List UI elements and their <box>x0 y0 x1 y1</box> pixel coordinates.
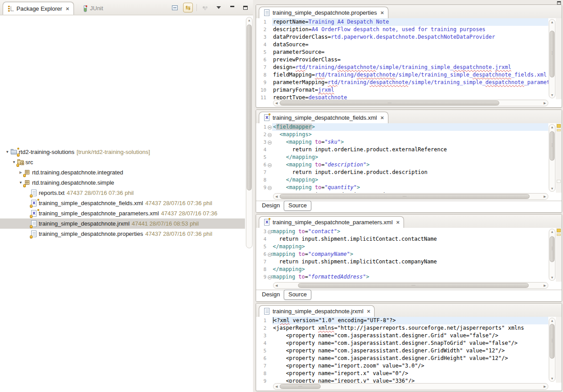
horizontal-scrollbar[interactable]: ◀ ▶ <box>273 282 548 289</box>
scrollbar-thumb[interactable] <box>280 101 499 105</box>
code-line[interactable]: 3dataProviderClass=rtd.paperwork.despatc… <box>256 33 548 41</box>
code-line[interactable]: 9<mapping to="formattedAddress"> <box>256 273 548 281</box>
collapse-all-button[interactable] <box>170 3 180 12</box>
tree-collapsed-icon[interactable]: ▶ <box>18 170 24 174</box>
vertical-scrollbar[interactable]: ▲ ▼ <box>549 318 555 382</box>
close-icon[interactable]: × <box>396 219 400 226</box>
tree-expanded-icon[interactable]: ▼ <box>4 150 10 154</box>
code-line[interactable]: 8 </mapping> <box>256 266 548 273</box>
code-line[interactable]: 4dataSource= <box>256 41 548 48</box>
tab-design[interactable]: Design <box>258 201 284 210</box>
code-line[interactable]: 4 <property name="com.jasperassistant.de… <box>256 339 548 347</box>
close-icon[interactable]: × <box>380 9 384 16</box>
close-icon[interactable]: × <box>66 5 69 12</box>
close-icon[interactable]: × <box>367 308 371 315</box>
tree-expanded-icon[interactable]: ▼ <box>11 160 17 164</box>
fold-collapse-icon[interactable] <box>267 251 272 258</box>
occurrence-marker[interactable] <box>557 234 561 236</box>
fold-collapse-icon[interactable] <box>267 228 272 235</box>
link-with-editor-button[interactable]: ⇆ <box>183 3 193 12</box>
close-icon[interactable]: × <box>380 114 384 121</box>
code-line[interactable]: 1<?xml version="1.0" encoding="UTF-8"?> <box>256 317 548 324</box>
horizontal-scrollbar[interactable]: ◀ ▶ <box>273 383 548 390</box>
tab-design[interactable]: Design <box>258 290 284 299</box>
scroll-down-icon[interactable]: ▼ <box>549 93 555 97</box>
code-editor[interactable]: 1<?xml version="1.0" encoding="UTF-8"?>2… <box>256 317 548 383</box>
vertical-scrollbar[interactable]: ▲ ▼ <box>549 19 555 98</box>
tree-item[interactable]: ▶rtd.training.despatchnote.integrated <box>0 167 245 178</box>
code-line[interactable]: 2<jasperReport xmlns="http://jasperrepor… <box>256 324 548 332</box>
scroll-left-icon[interactable]: ◀ <box>275 194 277 199</box>
scroll-up-icon[interactable]: ▲ <box>549 125 555 129</box>
fold-collapse-icon[interactable] <box>267 138 272 146</box>
code-line[interactable]: 8fieldMapping=rtd/training/despatchnote/… <box>256 71 548 79</box>
fold-collapse-icon[interactable] <box>267 161 272 169</box>
scroll-right-icon[interactable]: ▶ <box>544 384 546 389</box>
tab-source[interactable]: Source <box>284 290 311 300</box>
scrollbar-thumb[interactable] <box>550 236 555 262</box>
code-editor[interactable]: 1reportName=Training A4 Despatch Note2de… <box>256 18 548 99</box>
code-line[interactable]: 10primaryFormat=jrxml <box>256 86 548 94</box>
scroll-down-icon[interactable]: ▼ <box>549 276 555 279</box>
scroll-up-icon[interactable]: ▲ <box>549 230 555 234</box>
editor-tab[interactable]: training_simple_despatchnote_parameters.… <box>259 216 404 228</box>
minimize-view-button[interactable] <box>227 3 237 12</box>
code-line[interactable]: 5 </mapping> <box>256 154 548 161</box>
code-line[interactable]: 3 <mapping to="sku"> <box>256 138 548 146</box>
editor-tab[interactable]: training_simple_despatchnote.jrxml × <box>259 305 375 317</box>
code-line[interactable]: 8 </mapping> <box>256 176 548 184</box>
code-line[interactable]: 7design=rtd/training/despatchnote/simple… <box>256 64 548 71</box>
code-line[interactable]: 1reportName=Training A4 Despatch Note <box>256 18 548 26</box>
scroll-up-icon[interactable]: ▲ <box>549 20 555 24</box>
code-line[interactable]: 6 <property name="com.jasperassistant.de… <box>256 355 548 362</box>
horizontal-scrollbar[interactable]: ◀ ▶ <box>273 193 548 200</box>
code-line[interactable]: 2description=A4 OrderFlow despatch note,… <box>256 26 548 33</box>
faint-marker[interactable] <box>557 180 561 183</box>
code-editor[interactable]: 3<mapping to="contact">4 return input.sh… <box>256 228 548 282</box>
scroll-down-icon[interactable]: ▼ <box>549 187 555 190</box>
code-line[interactable]: 3<mapping to="contact"> <box>256 228 548 235</box>
scroll-down-icon[interactable]: ▼ <box>549 377 555 380</box>
scrollbar-thumb[interactable] <box>550 131 555 161</box>
occurrence-marker[interactable] <box>557 129 561 131</box>
vertical-scrollbar[interactable]: ▲ ▼ <box>549 229 555 281</box>
code-line[interactable]: 11reportType=despatchnote <box>256 94 548 99</box>
code-line[interactable]: 7 return input.orderLine.product.descrip… <box>256 169 548 176</box>
scroll-left-icon[interactable]: ◀ <box>275 384 277 389</box>
editor-tab[interactable]: training_simple_despatchnote.properties … <box>259 7 388 18</box>
code-line[interactable]: 9parameterMapping=rtd/training/despatchn… <box>256 79 548 86</box>
code-line[interactable]: 5 </mapping> <box>256 243 548 251</box>
code-line[interactable]: 2 <mappings> <box>256 131 548 138</box>
warning-marker[interactable] <box>557 229 561 232</box>
code-line[interactable]: 9 <mapping to="quantity"> <box>256 184 548 191</box>
code-line[interactable]: 3 <property name="com.jasperassistant.de… <box>256 332 548 339</box>
scroll-right-icon[interactable]: ▶ <box>544 100 546 106</box>
code-line[interactable]: 4 return input.shipment.implicitContact.… <box>256 235 548 243</box>
code-line[interactable]: 5 <property name="com.jasperassistant.de… <box>256 347 548 355</box>
maximize-icon[interactable] <box>557 1 561 5</box>
tree-item[interactable]: training_simple_despatchnote_fields.xml4… <box>0 198 245 208</box>
fold-collapse-icon[interactable] <box>267 131 272 138</box>
tree-item[interactable]: training_simple_despatchnote.properties4… <box>0 229 245 239</box>
view-menu-button[interactable] <box>214 3 224 12</box>
scroll-right-icon[interactable]: ▶ <box>544 283 546 288</box>
fold-collapse-icon[interactable] <box>267 273 272 281</box>
warning-marker[interactable] <box>557 124 561 128</box>
tree-expanded-icon[interactable]: ▼ <box>18 181 24 185</box>
code-line[interactable]: 10 def shipment = input.shipment; <box>256 281 548 282</box>
code-line[interactable]: 6<mapping to="companyName"> <box>256 251 548 258</box>
scroll-left-icon[interactable]: ◀ <box>275 100 277 106</box>
code-line[interactable]: 1<fieldmapper> <box>256 123 548 131</box>
code-line[interactable]: 6previewProviderClass= <box>256 56 548 64</box>
scroll-up-icon[interactable]: ▲ <box>246 19 252 22</box>
scroll-right-icon[interactable]: ▶ <box>544 194 546 199</box>
fold-collapse-icon[interactable] <box>267 184 272 191</box>
code-line[interactable]: 7 <property name="ireport.zoom" value="3… <box>256 362 548 370</box>
scrollbar-thumb[interactable] <box>280 194 530 199</box>
scroll-left-icon[interactable]: ◀ <box>275 283 277 288</box>
code-line[interactable]: 10 return input.orderLine.quantity <box>256 191 548 193</box>
tree-vertical-scrollbar[interactable]: ▲ <box>246 17 253 248</box>
tab-source[interactable]: Source <box>284 201 311 211</box>
scrollbar-thumb[interactable] <box>247 24 252 190</box>
tab-junit[interactable]: JUnit <box>78 2 108 15</box>
